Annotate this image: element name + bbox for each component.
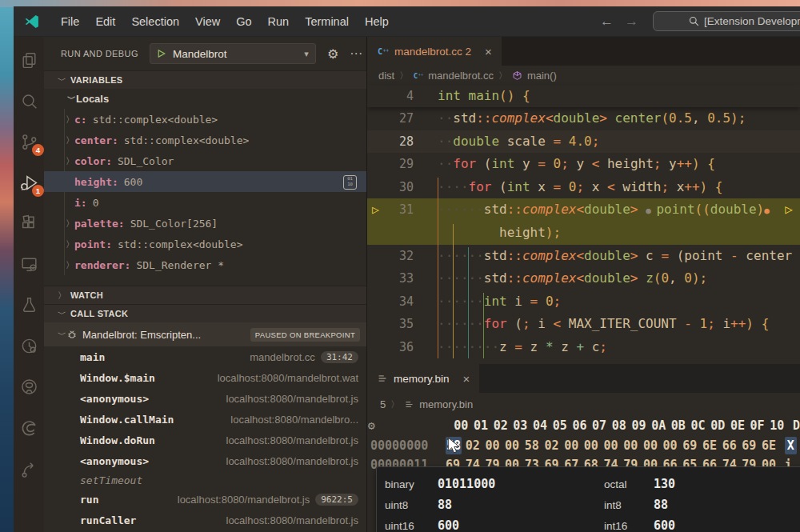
remote-explorer-icon[interactable] [17, 252, 41, 276]
line-number[interactable]: 33 [367, 267, 414, 290]
variable-row-height[interactable]: height:60001 10 [44, 171, 366, 192]
start-debug-icon[interactable] [157, 49, 166, 58]
menu-edit[interactable]: Edit [87, 15, 123, 28]
hex-byte[interactable]: 6E [702, 438, 722, 453]
watch-section-header[interactable]: 〉 WATCH [44, 286, 366, 304]
launch-config-dropdown[interactable]: Mandelbrot ▾ [150, 43, 316, 64]
variable-row-palette[interactable]: 〉palette:SDL_Color[256] [44, 213, 366, 234]
code-line-32[interactable]: 32······std::complex<double> c = (point … [367, 245, 800, 268]
variables-section-header[interactable]: ﹀ VARIABLES [44, 70, 366, 89]
binary-view-icon[interactable]: 01 10 [343, 175, 357, 190]
code-line-wrap[interactable]: height); [367, 222, 800, 245]
hex-byte[interactable]: 00 [584, 438, 604, 453]
breadcrumb-file[interactable]: memory.bin [419, 398, 473, 410]
code-line-36[interactable]: 36········z = z * z + c; [367, 336, 800, 359]
hex-byte[interactable]: 66 [722, 438, 742, 453]
line-number[interactable]: 32 [367, 245, 414, 268]
nav-forward-icon[interactable]: → [625, 14, 638, 30]
line-number[interactable]: 34 [367, 290, 414, 314]
nav-back-icon[interactable]: ← [600, 14, 614, 30]
code-line-34[interactable]: 34······int i = 0; [367, 290, 800, 314]
breadcrumb-folder[interactable]: 5 [380, 398, 386, 410]
breadcrumb-symbol[interactable]: main() [527, 70, 557, 82]
search-icon[interactable] [17, 89, 41, 113]
hex-byte[interactable]: 00 [663, 438, 683, 453]
run-and-debug-icon[interactable]: 1 [17, 170, 41, 194]
hex-byte[interactable]: 02 [466, 438, 486, 453]
hex-byte[interactable]: 69 [742, 438, 762, 453]
line-number[interactable]: 36 [367, 336, 414, 359]
stack-frame-row[interactable]: Window.doRunlocalhost:8080/mandelbrot.js [44, 430, 366, 450]
code-line-28[interactable]: 28··double scale = 4.0; [367, 130, 800, 154]
code-line-29[interactable]: 29··for (int y = 0; y < height; y++) { [367, 153, 800, 176]
live-share-icon[interactable] [17, 456, 41, 480]
code-line-33[interactable]: 33······std::complex<double> z(0, 0); [367, 267, 800, 290]
extensions-icon[interactable] [17, 211, 41, 235]
edge-devtools-icon[interactable] [17, 415, 41, 439]
close-icon[interactable]: × [485, 45, 492, 58]
hex-byte[interactable]: 6E [762, 438, 782, 453]
stack-frame-row[interactable]: setTimeout [44, 471, 366, 489]
stack-frame-row[interactable]: runlocalhost:8080/mandelbrot.js9622:5 [44, 489, 366, 510]
menu-go[interactable]: Go [228, 15, 259, 28]
line-number[interactable]: 29 [367, 153, 414, 176]
line-number[interactable]: 27 [367, 107, 414, 130]
hex-byte[interactable]: 02 [544, 438, 564, 453]
line-number[interactable]: 35 [367, 313, 414, 336]
hex-byte[interactable]: 00 [604, 438, 624, 453]
hex-byte[interactable]: 00 [564, 438, 584, 453]
stack-frame-row[interactable]: <anonymous>localhost:8080/mandelbrot.js [44, 388, 366, 409]
locals-scope-row[interactable]: ﹀ Locals [44, 89, 366, 109]
hex-byte[interactable]: 58 [525, 438, 545, 453]
hex-byte[interactable]: 00 [643, 438, 663, 453]
line-number[interactable]: 31 [367, 198, 414, 222]
menu-selection[interactable]: Selection [123, 15, 187, 28]
github-icon[interactable] [17, 374, 41, 398]
line-number[interactable]: 28 [367, 130, 414, 154]
code-line-35[interactable]: 35······for (; i < MAX_ITER_COUNT - 1; i… [367, 313, 800, 336]
source-control-icon[interactable]: 4 [17, 130, 41, 154]
testing-icon[interactable] [17, 293, 41, 317]
stack-frame-row[interactable]: <anonymous>localhost:8080/mandelbrot.js [44, 450, 366, 471]
code-line-27[interactable]: 27··std::complex<double> center(0.5, 0.5… [367, 107, 800, 130]
tab-memory-bin[interactable]: memory.bin × [367, 364, 479, 393]
code-line-30[interactable]: 30····for (int x = 0; x < width; x++) { [367, 176, 800, 199]
stack-frame-row[interactable]: Window.$mainlocalhost:8080/mandelbrot.wa… [44, 367, 366, 388]
code-line-31[interactable]: ▷31······std::complex<double> ● point((d… [367, 198, 800, 222]
variable-row-renderer[interactable]: 〉renderer:SDL_Renderer * [44, 254, 366, 275]
hex-byte[interactable]: 00 [485, 438, 505, 453]
menu-terminal[interactable]: Terminal [297, 15, 357, 28]
close-icon[interactable]: × [463, 372, 470, 386]
variable-row-i[interactable]: i:0 [44, 192, 366, 213]
breadcrumb-file[interactable]: mandelbrot.cc [428, 70, 494, 82]
variable-row-point[interactable]: 〉point:std::complex<double> [44, 234, 366, 254]
hex-byte[interactable]: 00 [505, 438, 525, 453]
breadcrumb-dist[interactable]: dist [378, 70, 394, 82]
gear-icon[interactable]: ⚙ [327, 46, 338, 62]
call-stack-section-header[interactable]: ﹀ CALL STACK [44, 304, 366, 322]
command-search-input[interactable]: [Extension Developme [653, 11, 800, 31]
menu-help[interactable]: Help [357, 15, 397, 28]
debug-session-row[interactable]: ﹀ Mandelbrot: Emscripten... PAUSED ON BR… [44, 322, 366, 346]
line-number[interactable]: 4 [367, 85, 414, 108]
code-line-4[interactable]: 4int main() { [367, 85, 800, 108]
profiler-icon[interactable] [17, 334, 41, 358]
hex-byte[interactable]: 00 [623, 438, 643, 453]
menu-view[interactable]: View [187, 15, 228, 28]
stack-frame-row[interactable]: mainmandelbrot.cc31:42 [44, 346, 366, 367]
sticky-scroll-line[interactable]: 4int main() { [367, 85, 800, 107]
tab-mandelbrot-cc[interactable]: C ++ mandelbrot.cc 2 × [367, 37, 502, 66]
line-number[interactable]: 30 [367, 176, 414, 199]
variable-row-color[interactable]: 〉color:SDL_Color [44, 150, 366, 171]
decoded-text[interactable]: X [785, 437, 797, 454]
hex-byte[interactable]: 69 [682, 438, 702, 453]
variable-row-c[interactable]: 〉c:std::complex<double> [44, 109, 366, 130]
menu-run[interactable]: Run [260, 15, 298, 28]
variable-row-center[interactable]: 〉center:std::complex<double> [44, 130, 366, 150]
hex-settings-gear-icon[interactable]: ⚙ [367, 418, 375, 433]
stack-frame-row[interactable]: Window.callMainlocalhost:8080/mandelbro.… [44, 409, 366, 430]
explorer-icon[interactable] [17, 48, 41, 72]
menu-file[interactable]: File [53, 15, 87, 28]
more-actions-icon[interactable]: ··· [350, 46, 362, 61]
stack-frame-row[interactable]: runCallerlocalhost:8080/mandelbrot.js [44, 510, 366, 530]
